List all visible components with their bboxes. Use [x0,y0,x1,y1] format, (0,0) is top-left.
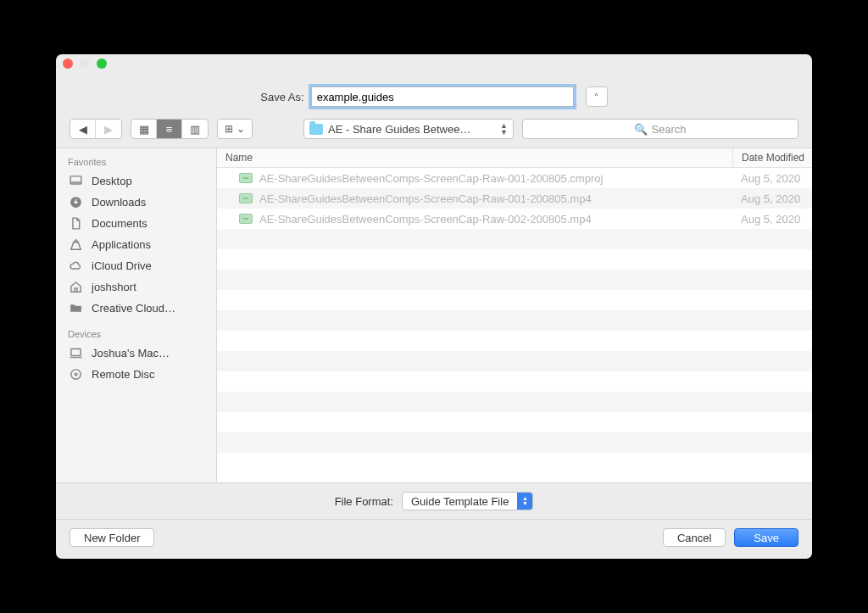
close-icon[interactable] [63,59,73,69]
documents-icon [68,216,83,231]
sidebar-item-documents[interactable]: Documents [56,213,216,234]
sidebar-item-desktop[interactable]: Desktop [56,170,216,192]
rows: AE-ShareGuidesBetweenComps-ScreenCap-Raw… [217,168,812,482]
table-row [217,351,812,371]
table-row [217,310,812,331]
save-dialog: Save As: ˄ ◀ ▶ ▦ ≡ ▥ ⊞ ⌄ AE - Share Guid… [56,54,812,559]
sidebar-item-label: Desktop [92,175,132,187]
save-as-row: Save As: ˄ [56,73,812,119]
table-row[interactable]: AE-ShareGuidesBetweenComps-ScreenCap-Raw… [217,209,812,229]
sidebar-item-label: Applications [92,238,151,251]
location-popup[interactable]: AE - Share Guides Betwee… ▲▼ [303,119,514,139]
view-list-button[interactable]: ≡ [157,120,182,138]
cloud-icon [68,259,83,273]
view-columns-button[interactable]: ▥ [182,120,208,138]
table-row [217,270,812,290]
format-row: File Format: Guide Template File ▲▼ [56,483,812,520]
file-name: AE-ShareGuidesBetweenComps-ScreenCap-Raw… [259,192,732,205]
chevron-down-icon: ⌄ [236,123,245,135]
file-format-select[interactable]: Guide Template File ▲▼ [402,492,533,510]
column-date[interactable]: Date Modified [732,148,812,167]
nav-back-forward: ◀ ▶ [70,119,122,139]
table-row [217,249,812,270]
location-label: AE - Share Guides Betwee… [328,123,470,136]
sidebar-item-downloads[interactable]: Downloads [56,192,216,213]
sidebar-item-applications[interactable]: Applications [56,234,216,255]
list-icon: ≡ [166,123,173,136]
file-date: Aug 5, 2020 [732,213,812,226]
file-icon [239,214,253,224]
file-format-label: File Format: [335,495,393,508]
sidebar: Favorites Desktop Downloads Documents Ap… [56,148,217,482]
chevron-left-icon: ◀ [79,123,87,136]
search-placeholder: Search [651,123,686,136]
file-list: Name Date Modified AE-ShareGuidesBetween… [217,148,812,482]
columns-icon: ▥ [190,123,200,136]
sidebar-item-label: Joshua's Mac… [92,347,170,359]
table-row [217,371,812,392]
laptop-icon [68,346,83,360]
table-row[interactable]: AE-ShareGuidesBetweenComps-ScreenCap-Raw… [217,168,812,188]
sidebar-item-label: joshshort [92,281,136,293]
table-row [217,432,812,453]
column-name[interactable]: Name [217,148,732,167]
file-date: Aug 5, 2020 [732,172,812,185]
group-icon: ⊞ [225,123,233,135]
disc-icon [68,367,83,382]
svg-point-3 [70,370,80,379]
file-name: AE-ShareGuidesBetweenComps-ScreenCap-Raw… [259,213,732,226]
toolbar: ◀ ▶ ▦ ≡ ▥ ⊞ ⌄ AE - Share Guides Betwee… … [56,119,812,148]
updown-icon: ▲▼ [500,122,508,136]
desktop-icon [68,174,83,188]
devices-heading: Devices [56,327,216,343]
svg-rect-0 [70,176,81,184]
favorites-heading: Favorites [56,155,216,170]
file-icon [239,193,253,203]
cancel-button[interactable]: Cancel [663,528,726,547]
view-icons-button[interactable]: ▦ [131,120,157,138]
sidebar-item-home[interactable]: joshshort [56,276,216,298]
svg-point-4 [75,373,77,376]
group-by-button[interactable]: ⊞ ⌄ [217,119,253,139]
sidebar-item-label: iCloud Drive [92,259,152,272]
table-row [217,290,812,310]
save-as-label: Save As: [260,91,303,103]
svg-rect-2 [70,349,80,356]
sidebar-item-label: Documents [92,217,147,230]
file-format-value: Guide Template File [403,495,517,508]
sidebar-item-label: Downloads [92,196,146,209]
save-button[interactable]: Save [734,528,798,547]
sidebar-item-icloud[interactable]: iCloud Drive [56,255,216,276]
collapse-button[interactable]: ˄ [586,86,608,107]
file-date: Aug 5, 2020 [732,192,812,205]
new-folder-button[interactable]: New Folder [70,528,154,547]
search-icon: 🔍 [634,123,648,136]
titlebar [56,54,812,73]
minimize-icon [80,59,90,69]
search-input[interactable]: 🔍 Search [522,119,798,139]
sidebar-item-label: Remote Disc [92,368,154,381]
back-button[interactable]: ◀ [70,120,96,138]
folder-icon [68,301,83,315]
table-row [217,229,812,249]
file-name: AE-ShareGuidesBetweenComps-ScreenCap-Raw… [259,172,732,185]
chevron-right-icon: ▶ [104,123,113,136]
updown-icon: ▲▼ [517,493,532,510]
folder-icon [309,124,323,135]
sidebar-item-label: Creative Cloud… [92,302,175,315]
sidebar-item-mac[interactable]: Joshua's Mac… [56,343,216,364]
save-as-input[interactable] [311,86,574,107]
downloads-icon [68,195,83,209]
view-mode-segment: ▦ ≡ ▥ [131,119,209,139]
table-row [217,412,812,432]
table-row [217,331,812,351]
zoom-icon[interactable] [97,59,107,69]
applications-icon [68,237,83,252]
list-header: Name Date Modified [217,148,812,168]
grid-icon: ▦ [139,123,149,136]
sidebar-item-creative-cloud[interactable]: Creative Cloud… [56,298,216,319]
table-row[interactable]: AE-ShareGuidesBetweenComps-ScreenCap-Raw… [217,188,812,209]
body: Favorites Desktop Downloads Documents Ap… [56,148,812,483]
sidebar-item-remote-disc[interactable]: Remote Disc [56,364,216,385]
forward-button: ▶ [96,120,121,138]
